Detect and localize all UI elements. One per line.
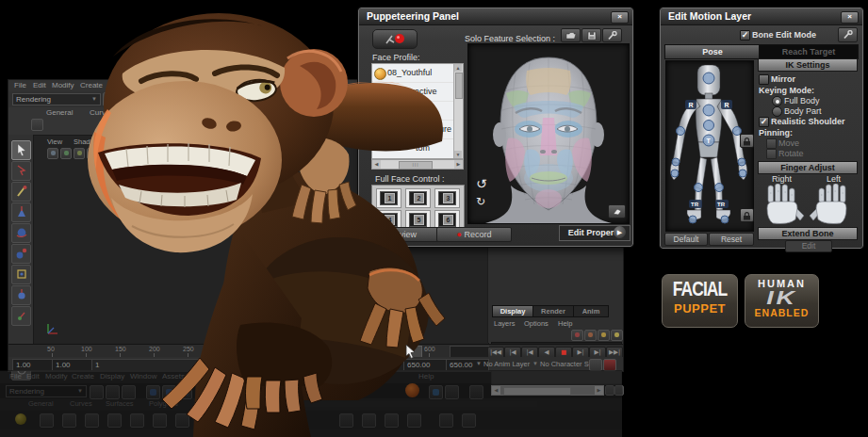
panel-menu-shading[interactable]: Shading — [74, 138, 100, 146]
scroll-left-icon[interactable]: ◀ — [372, 160, 381, 169]
menu-display[interactable]: Display — [108, 81, 133, 89]
pin-move-checkbox[interactable]: ✓ — [766, 138, 777, 149]
toolbar-icon[interactable] — [339, 385, 353, 399]
move-tool[interactable] — [11, 202, 31, 222]
shelf-tab[interactable]: General — [28, 399, 54, 408]
select-tool[interactable] — [11, 140, 31, 160]
menu-help[interactable]: Help — [418, 372, 434, 380]
shelf-icon[interactable] — [62, 413, 76, 428]
toolbar-icon[interactable] — [178, 385, 192, 399]
menu-modify[interactable]: Modify — [52, 81, 74, 89]
reset-button[interactable]: Reset — [709, 233, 754, 246]
toolbar-icon[interactable] — [267, 385, 281, 399]
character-set-dropdown[interactable]: No Character Set — [540, 360, 595, 368]
lock-leg-icon[interactable] — [740, 208, 754, 222]
shelf-icon[interactable] — [40, 413, 54, 428]
scroll-right-icon[interactable]: ▶ — [454, 160, 463, 169]
panel-menu-lighting[interactable]: Lighting — [111, 138, 136, 146]
face-control-button-2[interactable]: 2 — [405, 188, 431, 208]
help-menu[interactable]: Help — [558, 319, 572, 328]
toolbar-icon[interactable] — [219, 385, 233, 399]
tab-pose[interactable]: Pose — [664, 44, 761, 59]
shelf-icon[interactable] — [198, 413, 212, 428]
viewport-icon[interactable] — [119, 148, 130, 159]
shelf-icon[interactable] — [439, 413, 453, 428]
rotate-3d-icon[interactable]: ↺ — [476, 176, 487, 191]
snap-grid-icon[interactable] — [157, 92, 172, 106]
menu-display[interactable]: Display — [100, 372, 124, 380]
face-control-button-1[interactable]: 1 — [376, 188, 401, 208]
finger-adjust-hands[interactable] — [757, 184, 857, 225]
shelf-tab[interactable]: Polygons — [149, 399, 178, 408]
save-scene-icon[interactable] — [135, 92, 149, 106]
toolbar-icon[interactable] — [146, 385, 160, 399]
panel-menu-show[interactable]: Show — [149, 138, 167, 146]
toolbar-icon[interactable] — [106, 385, 120, 399]
pin-rotate-checkbox[interactable]: ✓ — [766, 149, 777, 159]
toolbar-icon[interactable] — [251, 385, 265, 399]
list-item[interactable]: 09_Attractive — [372, 83, 463, 102]
close-icon[interactable]: × — [841, 11, 859, 24]
viewport-icon[interactable] — [60, 148, 72, 159]
menu-set-dropdown[interactable]: Rendering▼ — [12, 93, 101, 105]
open-scene-icon[interactable] — [119, 92, 133, 106]
load-icon[interactable] — [561, 28, 581, 42]
layer-tab-render[interactable]: Render — [532, 305, 574, 317]
shelf-icon[interactable] — [407, 413, 421, 428]
toolbar-icon[interactable] — [283, 385, 297, 399]
layers-menu[interactable]: Layers — [494, 319, 516, 328]
motion-layer-title[interactable]: Edit Motion Layer — [661, 8, 862, 25]
face-profile-list[interactable]: 08_Youthful 09_Attractive 10_Grumpy ure … — [371, 63, 464, 159]
list-vscrollbar[interactable]: ▲ ▼ — [453, 64, 463, 158]
new-scene-icon[interactable] — [103, 92, 117, 106]
ik-settings-header[interactable]: IK Settings — [758, 58, 858, 72]
new-layer-icon[interactable] — [584, 330, 597, 341]
preview-button[interactable]: Preview — [364, 227, 439, 242]
shelf-icon[interactable] — [170, 117, 187, 134]
shelf-icon[interactable] — [339, 413, 353, 428]
shelf-tab[interactable]: Curves — [70, 399, 92, 408]
puppeteering-panel-title[interactable]: Puppeteering Panel — [359, 8, 632, 25]
default-button[interactable]: Default — [664, 233, 708, 246]
viewport-icon[interactable] — [132, 148, 143, 159]
layer-tab-anim[interactable]: Anim — [573, 305, 609, 317]
shelf-icon[interactable] — [385, 413, 399, 428]
menu-create[interactable]: Create — [72, 372, 94, 380]
scroll-up-icon[interactable]: ▲ — [454, 64, 462, 72]
menu-toon[interactable]: Toon — [319, 372, 335, 380]
lock-arm-icon[interactable] — [740, 134, 754, 148]
tab-reach-target[interactable]: Reach Target — [759, 44, 859, 59]
shelf-icon[interactable] — [221, 413, 235, 428]
edit-property-expand-icon[interactable]: ▶ — [614, 226, 626, 238]
eraser-icon[interactable] — [608, 204, 626, 218]
save-icon[interactable] — [581, 28, 601, 42]
extend-bone-header[interactable]: Extend Bone — [758, 227, 858, 240]
snap-point-icon[interactable] — [189, 92, 204, 106]
shelf-tab-curves[interactable]: Curves — [90, 108, 113, 117]
bone-edit-mode-checkbox[interactable]: ✓ — [740, 30, 750, 40]
toolbar-icon[interactable] — [162, 385, 176, 399]
scroll-down-icon[interactable]: ▼ — [454, 151, 462, 158]
shelf-icon[interactable] — [197, 120, 209, 132]
toolbar-icon[interactable] — [235, 385, 249, 399]
toolbar-icon[interactable] — [90, 385, 104, 399]
shelf-icon[interactable] — [148, 120, 160, 132]
menu-texturing[interactable]: Texturing — [253, 372, 283, 380]
viewport-icon[interactable] — [106, 148, 117, 159]
shelf-icon[interactable] — [175, 413, 189, 428]
list-item[interactable]: ure — [372, 121, 463, 139]
shelf-tab-polygons[interactable]: Polygons — [171, 108, 202, 117]
body-part-radio[interactable] — [772, 106, 782, 117]
toolbar-icon[interactable] — [122, 385, 136, 399]
shelf-icon[interactable] — [85, 413, 99, 428]
menu-file[interactable]: File — [14, 81, 26, 89]
menu-render[interactable]: Render — [290, 372, 315, 380]
shelf-icon[interactable] — [462, 413, 476, 428]
menu-assets[interactable]: Assets — [162, 372, 185, 380]
shelf-render-sphere-icon[interactable] — [99, 120, 109, 130]
toolbar-icon[interactable] — [469, 385, 483, 399]
viewport-icon[interactable] — [74, 148, 85, 159]
layer-options-icon[interactable] — [611, 330, 623, 341]
menu-assets[interactable]: Assets — [171, 81, 193, 89]
anim-layer-dropdown[interactable]: No Anim Layer — [483, 360, 530, 368]
